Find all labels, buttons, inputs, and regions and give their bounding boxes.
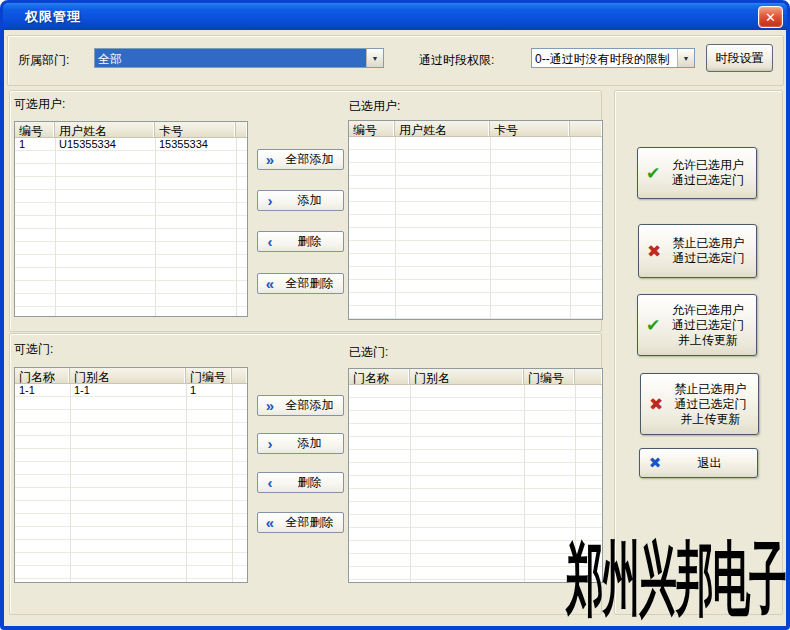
column-header[interactable]: 门编号 [524,369,575,384]
available-users-table[interactable]: 编号 用户姓名 卡号 1 U15355334 15355334 [14,121,248,317]
client-area: 所属部门: 全部 ▼ 通过时段权限: 0--通过时没有时段的限制 ▼ 时段设置 … [4,30,786,626]
column-header[interactable]: 门编号 [186,368,232,383]
titlebar[interactable]: 权限管理 ✕ [3,3,787,30]
department-select[interactable]: 全部 ▼ [94,48,384,68]
column-header[interactable]: 编号 [15,122,55,137]
selected-doors-table[interactable]: 门名称 门别名 门编号 [348,368,603,583]
door-alias-cell: 1-1 [70,384,186,397]
time-permission-select[interactable]: 0--通过时没有时段的限制 ▼ [531,48,695,68]
deny-users-button[interactable]: ✖ 禁止已选用户通过已选定门 [638,224,757,278]
doors-add-all-button[interactable]: » 全部添加 [257,395,344,416]
deny-users-upload-button[interactable]: ✖ 禁止已选用户通过已选定门并上传更新 [640,373,759,435]
time-permission-value: 0--通过时没有时段的限制 [532,49,677,67]
users-add-all-button[interactable]: » 全部添加 [257,149,344,170]
doors-remove-button[interactable]: ‹ 删除 [257,472,344,493]
allow-users-button[interactable]: ✔ 允许已选用户通过已选定门 [637,147,757,199]
selected-users-table[interactable]: 编号 用户姓名 卡号 [348,120,603,320]
column-header-filler [232,368,247,383]
double-chevron-left-icon: « [258,275,282,293]
vendor-watermark: 郑州兴邦电子 [566,526,786,630]
column-header[interactable]: 用户姓名 [395,121,490,136]
user-id-cell: 1 [15,138,55,151]
cross-icon: ✖ [640,454,670,472]
allow-users-upload-button[interactable]: ✔ 允许已选用户通过已选定门 并上传更新 [637,294,757,356]
time-permission-label: 通过时段权限: [419,52,494,69]
users-remove-button[interactable]: ‹ 删除 [257,231,344,252]
column-header[interactable]: 编号 [349,121,395,136]
cross-icon: ✖ [639,241,669,262]
selected-users-label: 已选用户: [349,98,400,115]
window-title: 权限管理 [25,8,81,26]
double-chevron-left-icon: « [258,514,282,532]
cross-icon: ✖ [641,394,671,415]
check-icon: ✔ [638,315,668,336]
column-header[interactable]: 门名称 [349,369,410,384]
door-name-cell: 1-1 [15,384,70,397]
department-value: 全部 [95,49,366,67]
column-header[interactable]: 卡号 [490,121,570,136]
table-row[interactable]: 1 U15355334 15355334 [15,138,247,151]
doors-add-button[interactable]: › 添加 [257,433,344,454]
double-chevron-right-icon: » [258,151,282,169]
column-header[interactable]: 用户姓名 [55,122,155,137]
door-id-cell: 1 [186,384,232,397]
check-icon: ✔ [638,163,668,184]
chevron-down-icon[interactable]: ▼ [677,49,694,67]
users-remove-all-button[interactable]: « 全部删除 [257,273,344,294]
permission-management-window: 权限管理 ✕ 所属部门: 全部 ▼ 通过时段权限: 0--通过时没有时段的限制 … [0,0,790,630]
card-number-cell: 15355334 [155,138,236,151]
chevron-down-icon[interactable]: ▼ [366,49,383,67]
column-header-filler [236,122,247,137]
chevron-right-icon: › [258,435,282,453]
selected-doors-label: 已选门: [349,344,388,361]
chevron-left-icon: ‹ [258,233,282,251]
column-header[interactable]: 门别名 [410,369,524,384]
double-chevron-right-icon: » [258,397,282,415]
column-header[interactable]: 卡号 [155,122,236,137]
column-header[interactable]: 门名称 [15,368,70,383]
doors-remove-all-button[interactable]: « 全部删除 [257,512,344,533]
available-doors-label: 可选门: [14,341,53,358]
available-users-label: 可选用户: [14,96,65,113]
column-header[interactable]: 门别名 [70,368,186,383]
table-row[interactable]: 1-1 1-1 1 [15,384,247,397]
user-name-cell: U15355334 [55,138,155,151]
chevron-left-icon: ‹ [258,474,282,492]
column-header-filler [570,121,602,136]
column-header-filler [575,369,602,384]
available-doors-table[interactable]: 门名称 门别名 门编号 1-1 1-1 1 [14,367,248,583]
time-settings-button[interactable]: 时段设置 [706,44,773,72]
chevron-right-icon: › [258,192,282,210]
close-icon[interactable]: ✕ [758,6,783,28]
department-label: 所属部门: [18,52,69,69]
exit-button[interactable]: ✖ 退出 [639,448,758,478]
users-add-button[interactable]: › 添加 [257,190,344,211]
